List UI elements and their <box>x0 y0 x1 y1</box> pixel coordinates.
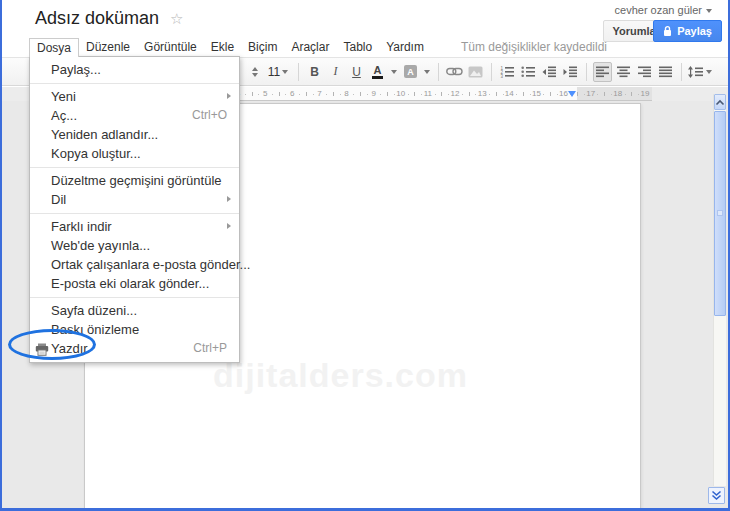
menubar-items: DosyaDüzenleGörüntüleEkleBiçimAraçlarTab… <box>29 38 431 57</box>
ruler-number: 19 <box>640 89 649 98</box>
ruler-number: 12 <box>451 89 460 98</box>
align-right-icon <box>638 66 652 78</box>
align-center-button[interactable] <box>614 62 633 82</box>
ruler-dot <box>394 94 395 95</box>
highlight-color-dropdown[interactable] <box>422 62 432 82</box>
ruler-number: 16 <box>559 89 568 98</box>
menubar-item-dosya[interactable]: Dosya <box>29 38 79 57</box>
printer-icon <box>35 342 49 361</box>
insert-image-button[interactable] <box>466 62 485 82</box>
vertical-scrollbar[interactable] <box>713 94 726 486</box>
font-size-stepper[interactable] <box>245 62 264 82</box>
link-icon <box>446 67 463 76</box>
menubar-item-g-r-nt-le[interactable]: Görüntüle <box>137 38 204 57</box>
ruler-tick <box>577 92 578 96</box>
decrease-indent-button[interactable] <box>540 62 559 82</box>
ruler-number: 5 <box>263 89 267 98</box>
ruler-tick <box>279 92 280 96</box>
numbered-list-button[interactable]: 123 <box>498 62 517 82</box>
insert-link-button[interactable] <box>445 62 464 82</box>
menubar-item-d-zenle[interactable]: Düzenle <box>79 38 137 57</box>
align-right-button[interactable] <box>635 62 654 82</box>
underline-button[interactable]: U <box>347 62 366 82</box>
align-left-button[interactable] <box>593 62 612 82</box>
menu-item-d-zeltme-ge-mi-ini-g-r-nt-le[interactable]: Düzeltme geçmişini görüntüle <box>30 171 239 190</box>
menu-item-yazd-r[interactable]: YazdırCtrl+P <box>30 339 239 358</box>
menu-item-dil[interactable]: Dil <box>30 190 239 209</box>
right-indent-marker[interactable] <box>568 91 576 97</box>
menubar-item-ekle[interactable]: Ekle <box>204 38 241 57</box>
menubar-item-tablo[interactable]: Tablo <box>336 38 379 57</box>
ruler-dot <box>367 94 368 95</box>
menu-item-payla[interactable]: Paylaş... <box>30 60 239 79</box>
menu-item-farkl-indir[interactable]: Farklı indir <box>30 217 239 236</box>
ruler-dot <box>543 94 544 95</box>
document-title[interactable]: Adsız doküman <box>35 8 159 29</box>
menu-separator <box>30 167 239 168</box>
align-center-icon <box>617 66 631 78</box>
menu-separator <box>30 213 239 214</box>
menu-shortcut: Ctrl+O <box>192 106 227 125</box>
numbered-list-icon: 123 <box>500 66 515 78</box>
ruler-number: 14 <box>505 89 514 98</box>
toolbar-separator <box>491 63 492 81</box>
menu-item-yeni[interactable]: Yeni <box>30 87 239 106</box>
menubar-item-yard-m[interactable]: Yardım <box>379 38 431 57</box>
ruler-dot <box>489 94 490 95</box>
menu-item-yeniden-adland-r[interactable]: Yeniden adlandır... <box>30 125 239 144</box>
menubar-item-bi-im[interactable]: Biçim <box>241 38 284 57</box>
menubar-item-ara-lar[interactable]: Araçlar <box>284 38 336 57</box>
highlight-color-button[interactable]: A <box>401 62 420 82</box>
menu-item-e-posta-eki-olarak-g-nder[interactable]: E-posta eki olarak gönder... <box>30 274 239 293</box>
menu-item-sayfa-d-zeni[interactable]: Sayfa düzeni... <box>30 301 239 320</box>
scroll-up-button[interactable] <box>714 94 726 110</box>
ruler-dot <box>475 94 476 95</box>
ruler-number: 11 <box>424 89 432 98</box>
ruler-number: 9 <box>371 89 375 98</box>
ruler-dot <box>340 94 341 95</box>
ruler-tick <box>387 92 388 96</box>
indent-icon <box>563 66 578 78</box>
menubar: DosyaDüzenleGörüntüleEkleBiçimAraçlarTab… <box>2 38 728 57</box>
bold-button[interactable]: B <box>305 62 324 82</box>
italic-button[interactable]: I <box>326 62 345 82</box>
line-spacing-icon <box>688 66 704 78</box>
google-docs-window: Adsız doküman ☆ cevher ozan güler Yoruml… <box>0 0 730 511</box>
menu-separator <box>30 297 239 298</box>
ruler-dot <box>597 94 598 95</box>
menu-item-web-de-yay-nla[interactable]: Web'de yayınla... <box>30 236 239 255</box>
scrollbar-thumb[interactable] <box>714 111 726 316</box>
line-spacing-button[interactable] <box>688 62 714 82</box>
jump-to-bottom-button[interactable] <box>708 487 725 504</box>
ruler-tick <box>333 92 334 96</box>
text-color-button[interactable]: A <box>368 62 387 82</box>
increase-indent-button[interactable] <box>561 62 580 82</box>
ruler-tick <box>441 92 442 96</box>
ruler-dot <box>503 94 504 95</box>
ruler-tick <box>496 92 497 96</box>
ruler-dot <box>408 94 409 95</box>
svg-text:3: 3 <box>501 74 504 78</box>
menu-item-bask-nizleme[interactable]: Baskı önizleme <box>30 320 239 339</box>
titlebar: Adsız doküman ☆ cevher ozan güler Yoruml… <box>2 0 728 38</box>
user-menu[interactable]: cevher ozan güler <box>615 4 712 16</box>
bulleted-list-button[interactable] <box>519 62 538 82</box>
ruler-dot <box>435 94 436 95</box>
ruler-dot <box>530 94 531 95</box>
ruler-dot <box>462 94 463 95</box>
menu-item-kopya-olu-tur[interactable]: Kopya oluştur... <box>30 144 239 163</box>
font-size-select[interactable]: 11 <box>266 62 292 82</box>
star-icon[interactable]: ☆ <box>170 10 183 28</box>
menu-item-a[interactable]: Aç...Ctrl+O <box>30 106 239 125</box>
justify-icon <box>659 66 673 78</box>
bulleted-list-icon <box>521 66 536 78</box>
text-color-dropdown[interactable] <box>389 62 399 82</box>
ruler-dot <box>584 94 585 95</box>
ruler-number: 18 <box>613 89 622 98</box>
justify-button[interactable] <box>656 62 675 82</box>
save-status: Tüm değişiklikler kaydedildi <box>461 38 607 57</box>
outdent-icon <box>542 66 557 78</box>
ruler-tick <box>414 92 415 96</box>
menu-shortcut: Ctrl+P <box>193 339 227 358</box>
menu-item-ortak-al-anlara-e-posta-g-nder[interactable]: Ortak çalışanlara e-posta gönder... <box>30 255 239 274</box>
